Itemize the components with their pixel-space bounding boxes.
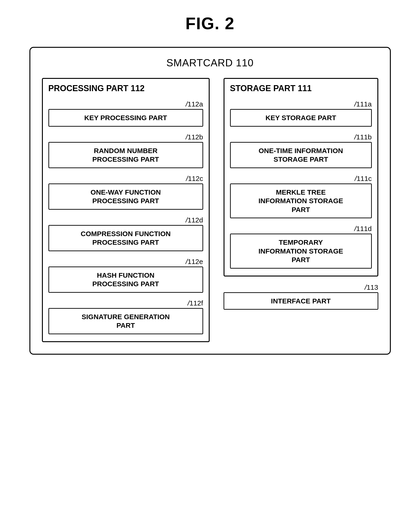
merkle-tree-information-storage-part: MERKLE TREEINFORMATION STORAGEPART (230, 184, 372, 218)
storage-part-title: STORAGE PART 111 (230, 84, 372, 93)
ref-112f-label: /112f (48, 299, 203, 307)
ref-111b-label: /111b (230, 133, 372, 141)
key-storage-part: KEY STORAGE PART (230, 109, 372, 127)
processing-part-title: PROCESSING PART 112 (48, 84, 203, 93)
smartcard-label: SMARTCARD 110 (42, 57, 378, 69)
right-column: STORAGE PART 111 /111a KEY STORAGE PART … (224, 78, 378, 316)
ref-111a-label: /111a (230, 100, 372, 108)
signature-generation-part: SIGNATURE GENERATIONPART (48, 308, 203, 334)
figure-title: FIG. 2 (185, 14, 234, 33)
compression-function-processing-part: COMPRESSION FUNCTIONPROCESSING PART (48, 225, 203, 251)
ref-113-label: /113 (224, 283, 378, 291)
processing-part: PROCESSING PART 112 /112a KEY PROCESSING… (42, 78, 210, 342)
smartcard-inner: PROCESSING PART 112 /112a KEY PROCESSING… (42, 78, 378, 342)
key-processing-part: KEY PROCESSING PART (48, 109, 203, 127)
interface-part: INTERFACE PART (224, 292, 378, 310)
ref-111d-label: /111d (230, 225, 372, 233)
interface-section: /113 INTERFACE PART (224, 283, 378, 316)
ref-112c-label: /112c (48, 175, 203, 183)
ref-112b-label: /112b (48, 133, 203, 141)
one-time-information-storage-part: ONE-TIME INFORMATIONSTORAGE PART (230, 142, 372, 168)
hash-function-processing-part: HASH FUNCTIONPROCESSING PART (48, 266, 203, 293)
random-number-processing-part: RANDOM NUMBERPROCESSING PART (48, 142, 203, 168)
one-way-function-processing-part: ONE-WAY FUNCTIONPROCESSING PART (48, 184, 203, 210)
ref-111c-label: /111c (230, 175, 372, 183)
storage-part: STORAGE PART 111 /111a KEY STORAGE PART … (224, 78, 378, 277)
ref-112d-label: /112d (48, 216, 203, 224)
temporary-information-storage-part: TEMPORARYINFORMATION STORAGEPART (230, 233, 372, 269)
ref-112e-label: /112e (48, 258, 203, 266)
ref-112a-label: /112a (48, 100, 203, 108)
smartcard-container: SMARTCARD 110 PROCESSING PART 112 /112a … (30, 47, 391, 355)
